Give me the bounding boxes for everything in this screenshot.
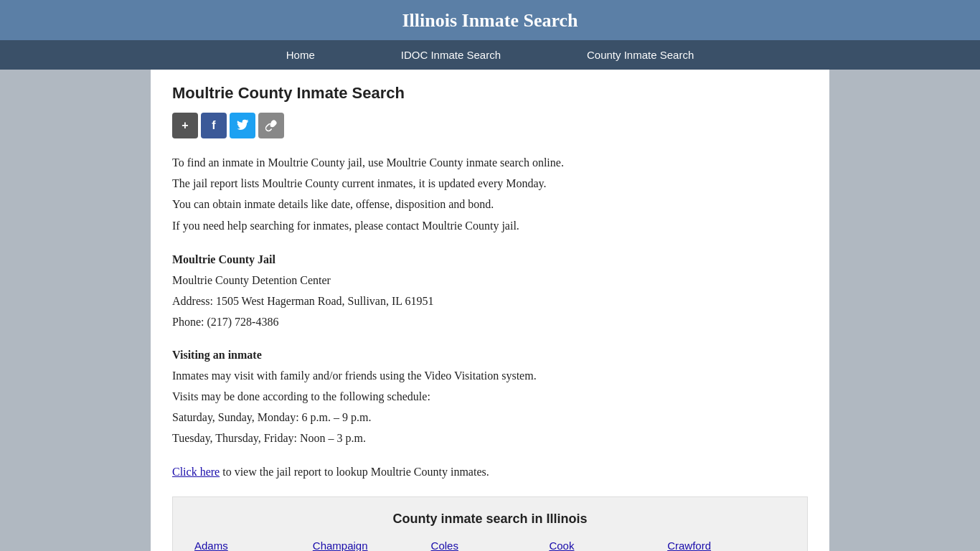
visit-section-title: Visiting an inmate — [172, 345, 808, 364]
click-here-section: Click here to view the jail report to lo… — [172, 462, 808, 481]
page-title: Moultrie County Inmate Search — [172, 84, 808, 103]
desc-line3: You can obtain inmate details like date,… — [172, 194, 808, 214]
description-block: To find an inmate in Moultrie County jai… — [172, 153, 808, 235]
main-content: Moultrie County Inmate Search + f To fin… — [151, 70, 829, 551]
county-link[interactable]: Adams — [194, 538, 313, 551]
jail-address: Address: 1505 West Hagerman Road, Sulliv… — [172, 291, 808, 311]
copy-link-button[interactable] — [258, 113, 284, 138]
desc-line1: To find an inmate in Moultrie County jai… — [172, 153, 808, 172]
main-nav: Home IDOC Inmate Search County Inmate Se… — [0, 40, 980, 70]
county-link[interactable]: Crawford — [667, 538, 786, 551]
nav-home[interactable]: Home — [243, 40, 358, 70]
jail-phone: Phone: (217) 728-4386 — [172, 312, 808, 331]
site-header: Illinois Inmate Search — [0, 0, 980, 40]
county-link[interactable]: Champaign — [313, 538, 431, 551]
desc-line4: If you need help searching for inmates, … — [172, 216, 808, 235]
jail-name: Moultrie County Detention Center — [172, 270, 808, 290]
click-here-rest: to view the jail report to lookup Moultr… — [220, 466, 489, 478]
county-section-title: County inmate search in Illinois — [187, 512, 793, 527]
jail-section-title: Moultrie County Jail — [172, 250, 808, 269]
share-buttons-group: + f — [172, 113, 808, 138]
visit-line4: Tuesday, Thursday, Friday: Noon – 3 p.m. — [172, 428, 808, 448]
site-title: Illinois Inmate Search — [0, 10, 980, 32]
share-button[interactable]: + — [172, 113, 198, 138]
visit-line2: Visits may be done according to the foll… — [172, 387, 808, 406]
nav-county[interactable]: County Inmate Search — [544, 40, 737, 70]
facebook-button[interactable]: f — [201, 113, 227, 138]
county-section: County inmate search in Illinois AdamsCh… — [172, 496, 808, 551]
visit-line1: Inmates may visit with family and/or fri… — [172, 366, 808, 385]
desc-line2: The jail report lists Moultrie County cu… — [172, 174, 808, 193]
county-link[interactable]: Cook — [549, 538, 667, 551]
visit-info-block: Visiting an inmate Inmates may visit wit… — [172, 345, 808, 448]
visit-line3: Saturday, Sunday, Monday: 6 p.m. – 9 p.m… — [172, 408, 808, 427]
county-link[interactable]: Coles — [431, 538, 550, 551]
twitter-button[interactable] — [230, 113, 255, 138]
jail-info-block: Moultrie County Jail Moultrie County Det… — [172, 250, 808, 332]
jail-report-link[interactable]: Click here — [172, 466, 220, 478]
nav-idoc[interactable]: IDOC Inmate Search — [358, 40, 544, 70]
county-grid: AdamsChampaignColesCookCrawfordDouglasDu… — [187, 538, 793, 551]
